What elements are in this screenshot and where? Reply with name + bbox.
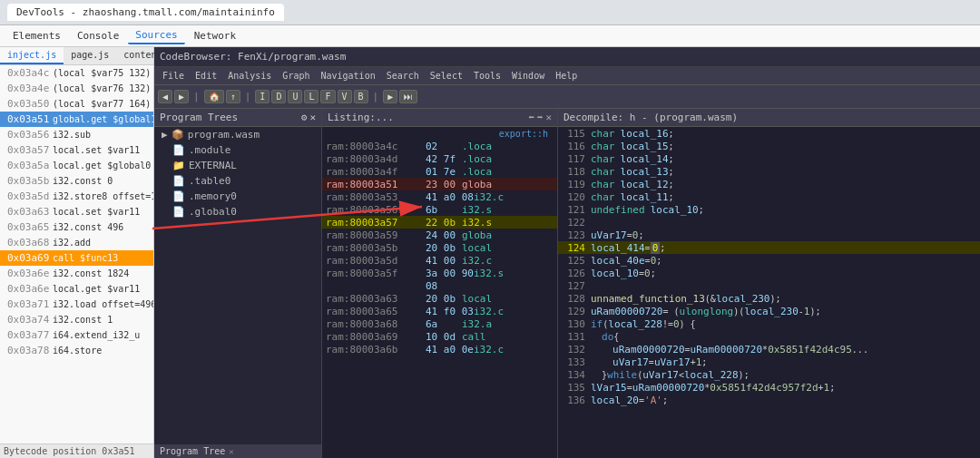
- dc-125[interactable]: 125local_40e = 0;: [558, 254, 980, 267]
- tree-table0[interactable]: 📄 .table0: [154, 173, 321, 189]
- nav-console[interactable]: Console: [70, 28, 126, 44]
- src-0x3a5b[interactable]: 0x03a5bi32.const 0: [0, 173, 153, 189]
- tool5[interactable]: F: [320, 90, 335, 103]
- tree-memory0[interactable]: 📄 .memory0: [154, 189, 321, 204]
- menu-graph[interactable]: Graph: [278, 71, 314, 81]
- src-0x3a68[interactable]: 0x03a68i32.add: [0, 235, 153, 250]
- src-0x3a57[interactable]: 0x03a57local.set $var11: [0, 142, 153, 158]
- nav-sources[interactable]: Sources: [128, 27, 184, 44]
- dc-128[interactable]: 128unnamed_function_13(&local_230);: [558, 292, 980, 305]
- dc-116[interactable]: 116char local_15;: [558, 140, 980, 152]
- up-button[interactable]: ↑: [226, 90, 240, 103]
- menu-edit[interactable]: Edit: [191, 71, 221, 81]
- listing-3a59[interactable]: ram:80003a59 24 00 globa: [322, 229, 557, 241]
- prog-tree-tab[interactable]: Program Tree ✕: [154, 444, 321, 458]
- prog-trees-icon1[interactable]: ⚙: [301, 112, 308, 123]
- src-0x3a4e[interactable]: 0x03a4e(local $var76 132): [0, 81, 153, 96]
- tab-page[interactable]: page.js: [64, 47, 116, 64]
- step-button[interactable]: ⏭: [399, 90, 417, 103]
- dc-130[interactable]: 130if (local_228 != 0) {: [558, 317, 980, 330]
- listing-3a4c[interactable]: ram:80003a4c 02 .loca: [322, 140, 557, 152]
- listing-3a69[interactable]: ram:80003a69 10 0d call: [322, 330, 557, 343]
- menu-help[interactable]: Help: [551, 71, 582, 81]
- browser-tab[interactable]: DevTools - zhaoshang.tmall.com/maintaini…: [7, 4, 284, 21]
- nav-network[interactable]: Network: [187, 28, 243, 44]
- decompile-scroll[interactable]: 115char local_16; 116char local_15; 117c…: [558, 127, 980, 458]
- listing-scroll[interactable]: export::h ram:80003a4c 02 .loca ram:8000…: [322, 127, 557, 458]
- dc-134[interactable]: 134 } while (uVar17 < local_228);: [558, 368, 980, 381]
- menu-file[interactable]: File: [158, 71, 189, 81]
- dc-120[interactable]: 120char local_11;: [558, 190, 980, 203]
- dc-117[interactable]: 117char local_14;: [558, 152, 980, 165]
- src-0x3a71[interactable]: 0x03a71i32.load offset=496: [0, 297, 153, 312]
- listing-close[interactable]: ✕: [545, 112, 552, 123]
- dc-136[interactable]: 136local_20 = 'A';: [558, 394, 980, 406]
- tool4[interactable]: L: [304, 90, 318, 103]
- src-0x3a77[interactable]: 0x03a77i64.extend_i32_u: [0, 327, 153, 343]
- listing-3a4d[interactable]: ram:80003a4d 42 7f .loca: [322, 152, 557, 165]
- listing-3a5d[interactable]: ram:80003a5d 41 00 i32.c: [322, 254, 557, 267]
- listing-3a4f[interactable]: ram:80003a4f 01 7e .loca: [322, 165, 557, 178]
- back-button[interactable]: ◀: [158, 90, 172, 103]
- dc-126[interactable]: 126local_10 = 0;: [558, 267, 980, 279]
- src-0x3a78[interactable]: 0x03a78i64.store: [0, 343, 153, 358]
- listing-3a5b[interactable]: ram:80003a5b 20 0b local: [322, 241, 557, 254]
- home-button[interactable]: 🏠: [204, 90, 224, 103]
- tree-global0[interactable]: 📄 .global0: [154, 204, 321, 219]
- tool2[interactable]: D: [271, 90, 286, 103]
- dc-121[interactable]: 121undefined local_10;: [558, 203, 980, 216]
- menu-window[interactable]: Window: [507, 71, 549, 81]
- src-0x3a51[interactable]: 0x03a51global.get $global10: [0, 112, 153, 127]
- tool3[interactable]: U: [288, 90, 302, 103]
- dc-131[interactable]: 131 do {: [558, 330, 980, 343]
- dc-115[interactable]: 115char local_16;: [558, 127, 980, 140]
- prog-trees-icon2[interactable]: ✕: [309, 112, 316, 123]
- menu-analysis[interactable]: Analysis: [223, 71, 276, 81]
- listing-icon2[interactable]: ➡: [537, 112, 544, 123]
- dc-119[interactable]: 119char local_12;: [558, 178, 980, 190]
- listing-3a51[interactable]: ram:80003a51 23 00 globa: [322, 178, 557, 190]
- listing-icon1[interactable]: ⬅: [528, 112, 534, 123]
- src-0x3a63[interactable]: 0x03a63local.set $var11: [0, 204, 153, 219]
- src-0x3a56[interactable]: 0x03a56i32.sub: [0, 127, 153, 142]
- listing-3a65[interactable]: ram:80003a65 41 f0 03 i32.c: [322, 305, 557, 317]
- tree-program-wasm[interactable]: ▶ 📦 program.wasm: [154, 127, 321, 142]
- menu-select[interactable]: Select: [426, 71, 467, 81]
- menu-search[interactable]: Search: [382, 71, 424, 81]
- tab-inject[interactable]: inject.js: [0, 47, 64, 64]
- nav-elements[interactable]: Elements: [5, 28, 68, 44]
- src-0x3a4c[interactable]: 0x03a4c(local $var75 132): [0, 65, 153, 81]
- listing-3a57[interactable]: ram:80003a57 22 0b i32.s: [322, 216, 557, 229]
- tool7[interactable]: B: [354, 90, 368, 103]
- src-0x3a69[interactable]: 0x03a69call $func13: [0, 250, 153, 266]
- prog-tree-close[interactable]: ✕: [229, 447, 233, 456]
- listing-3a68[interactable]: ram:80003a68 6a i32.a: [322, 317, 557, 330]
- menu-tools[interactable]: Tools: [469, 71, 505, 81]
- dc-132[interactable]: 132 uRam00000720 = uRam00000720 * 0x5851…: [558, 343, 980, 356]
- dc-118[interactable]: 118char local_13;: [558, 165, 980, 178]
- dc-123[interactable]: 123uVar17 = 0;: [558, 229, 980, 241]
- src-0x3a5d[interactable]: 0x03a5di32.store8 offset=1040: [0, 189, 153, 204]
- listing-3a6b[interactable]: ram:80003a6b 41 a0 0e i32.c: [322, 343, 557, 356]
- dc-133[interactable]: 133 uVar17 = uVar17 + 1;: [558, 356, 980, 368]
- run-button[interactable]: ▶: [383, 90, 397, 103]
- menu-navigation[interactable]: Navigation: [316, 71, 379, 81]
- dc-135[interactable]: 135lVar15 = uRam00000720 * 0x5851f42d4c9…: [558, 381, 980, 394]
- src-0x3a6e-1[interactable]: 0x03a6ei32.const 1824: [0, 266, 153, 281]
- tool1[interactable]: I: [255, 90, 270, 103]
- dc-129[interactable]: 129uRam00000720 = (ulonglong)(local_230 …: [558, 305, 980, 317]
- listing-3a53[interactable]: ram:80003a53 41 a0 08 i32.c: [322, 190, 557, 203]
- listing-3a56[interactable]: ram:80003a56 6b i32.s: [322, 203, 557, 216]
- src-0x3a65[interactable]: 0x03a65i32.const 496: [0, 219, 153, 235]
- tool6[interactable]: V: [338, 90, 352, 103]
- listing-3a5f[interactable]: ram:80003a5f 3a 00 90 i32.s: [322, 267, 557, 279]
- forward-button[interactable]: ▶: [174, 90, 189, 103]
- src-0x3a74[interactable]: 0x03a74i32.const 1: [0, 312, 153, 327]
- dc-124[interactable]: 124local_414 = 0;: [558, 241, 980, 254]
- src-0x3a5a[interactable]: 0x03a5alocal.get $global0: [0, 158, 153, 173]
- tree-module[interactable]: 📄 .module: [154, 142, 321, 158]
- listing-3a63[interactable]: ram:80003a63 20 0b local: [322, 292, 557, 305]
- src-0x3a50[interactable]: 0x03a50(local $var77 164): [0, 96, 153, 112]
- tree-external[interactable]: 📁 EXTERNAL: [154, 158, 321, 173]
- src-0x3a6e-2[interactable]: 0x03a6elocal.get $var11: [0, 281, 153, 297]
